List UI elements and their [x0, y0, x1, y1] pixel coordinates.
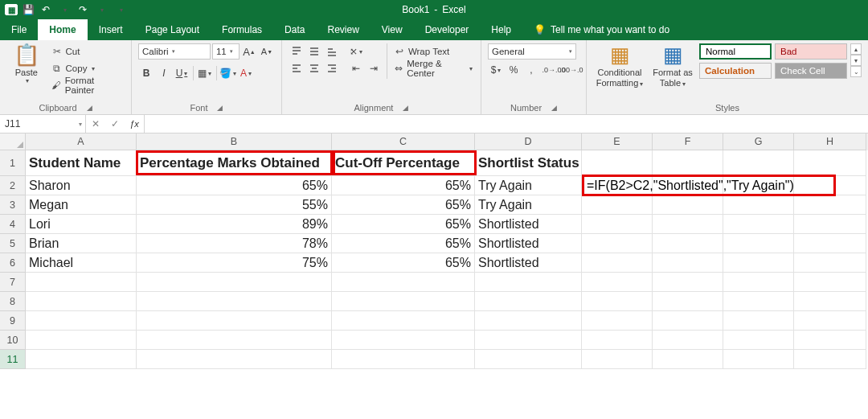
- save-icon[interactable]: 💾: [21, 2, 35, 17]
- cell-C11[interactable]: [332, 350, 475, 369]
- cell-B11[interactable]: [137, 350, 332, 369]
- cell-G4[interactable]: [723, 215, 794, 234]
- cell-B7[interactable]: [137, 273, 332, 292]
- cell-F6[interactable]: [653, 253, 723, 273]
- col-header-B[interactable]: B: [137, 134, 332, 150]
- cell-E8[interactable]: [582, 292, 653, 311]
- undo-icon[interactable]: ↶: [39, 2, 53, 17]
- cell-C6[interactable]: 65%: [332, 253, 475, 273]
- cell-B9[interactable]: [137, 311, 332, 331]
- cell-F11[interactable]: [653, 350, 723, 369]
- font-name-combo[interactable]: Calibri▾: [138, 43, 211, 60]
- enter-formula-icon[interactable]: ✓: [105, 118, 125, 129]
- cell-H4[interactable]: [794, 215, 866, 234]
- cell-H1[interactable]: [794, 150, 866, 176]
- cell-A4[interactable]: Lori: [26, 215, 137, 234]
- decrease-font-icon[interactable]: A▼: [259, 43, 275, 60]
- styles-scroll-down-icon[interactable]: ▾: [850, 55, 862, 66]
- increase-indent-icon[interactable]: ⇥: [366, 60, 382, 76]
- cell-H9[interactable]: [794, 311, 866, 331]
- merge-center-button[interactable]: ⇔Merge & Center▾: [392, 60, 474, 76]
- row-header-6[interactable]: 6: [0, 253, 26, 273]
- cell-A11[interactable]: [26, 350, 137, 369]
- col-header-E[interactable]: E: [582, 134, 653, 150]
- cell-H11[interactable]: [794, 350, 866, 369]
- col-header-H[interactable]: H: [794, 134, 866, 150]
- formula-input[interactable]: [145, 115, 868, 133]
- cell-F3[interactable]: [653, 195, 723, 215]
- cell-D7[interactable]: [475, 273, 582, 292]
- style-calculation[interactable]: Calculation: [699, 63, 772, 79]
- cell-G5[interactable]: [723, 234, 794, 253]
- cell-C7[interactable]: [332, 273, 475, 292]
- cell-H5[interactable]: [794, 234, 866, 253]
- number-dialog-launcher[interactable]: ◢: [551, 104, 557, 112]
- style-check-cell[interactable]: Check Cell: [775, 63, 847, 79]
- cell-B4[interactable]: 89%: [137, 215, 332, 234]
- orientation-icon[interactable]: ⤪▾: [348, 43, 364, 60]
- cell-C1[interactable]: Cut-Off Percentage: [332, 150, 475, 176]
- cell-H10[interactable]: [794, 331, 866, 350]
- tab-file[interactable]: File: [0, 19, 38, 40]
- cell-C2[interactable]: 65%: [332, 176, 475, 195]
- cell-styles-gallery[interactable]: Normal Bad Calculation Check Cell ▴ ▾ ⌄: [699, 43, 862, 80]
- cell-B6[interactable]: 75%: [137, 253, 332, 273]
- cell-B10[interactable]: [137, 331, 332, 350]
- undo-dropdown-icon[interactable]: ▾: [58, 2, 72, 17]
- underline-button[interactable]: U▾: [174, 65, 190, 81]
- wrap-text-button[interactable]: ↩Wrap Text: [392, 43, 474, 60]
- cell-C5[interactable]: 65%: [332, 234, 475, 253]
- decrease-decimal-icon[interactable]: .00→.0: [563, 62, 579, 78]
- cell-D8[interactable]: [475, 292, 582, 311]
- cell-E7[interactable]: [582, 273, 653, 292]
- tab-help[interactable]: Help: [480, 19, 522, 40]
- border-button[interactable]: ▦▾: [197, 65, 213, 81]
- row-header-10[interactable]: 10: [0, 331, 26, 350]
- cell-D3[interactable]: Try Again: [475, 195, 582, 215]
- italic-button[interactable]: I: [156, 65, 172, 81]
- row-header-9[interactable]: 9: [0, 311, 26, 331]
- row-header-7[interactable]: 7: [0, 273, 26, 292]
- cell-D9[interactable]: [475, 311, 582, 331]
- cell-F5[interactable]: [653, 234, 723, 253]
- font-dialog-launcher[interactable]: ◢: [217, 104, 223, 112]
- format-painter-button[interactable]: 🖌Format Painter: [50, 77, 125, 93]
- cell-B2[interactable]: 65%: [137, 176, 332, 195]
- cell-H8[interactable]: [794, 292, 866, 311]
- cell-G1[interactable]: [723, 150, 794, 176]
- cell-F10[interactable]: [653, 331, 723, 350]
- col-header-C[interactable]: C: [332, 134, 475, 150]
- cell-A3[interactable]: Megan: [26, 195, 137, 215]
- cell-G11[interactable]: [723, 350, 794, 369]
- cell-D11[interactable]: [475, 350, 582, 369]
- cell-A10[interactable]: [26, 331, 137, 350]
- copy-button[interactable]: ⧉Copy▾: [50, 60, 125, 76]
- align-right-icon[interactable]: [324, 60, 340, 76]
- row-header-2[interactable]: 2: [0, 176, 26, 195]
- cell-E4[interactable]: [582, 215, 653, 234]
- decrease-indent-icon[interactable]: ⇤: [348, 60, 364, 76]
- align-center-icon[interactable]: [306, 60, 322, 76]
- cell-F7[interactable]: [653, 273, 723, 292]
- cell-G3[interactable]: [723, 195, 794, 215]
- cell-E10[interactable]: [582, 331, 653, 350]
- cell-C4[interactable]: 65%: [332, 215, 475, 234]
- cell-D10[interactable]: [475, 331, 582, 350]
- customize-qat-icon[interactable]: ▾: [114, 2, 129, 17]
- cell-E5[interactable]: [582, 234, 653, 253]
- clipboard-dialog-launcher[interactable]: ◢: [87, 104, 92, 112]
- tab-review[interactable]: Review: [316, 19, 370, 40]
- cell-E3[interactable]: [582, 195, 653, 215]
- row-header-4[interactable]: 4: [0, 215, 26, 234]
- row-header-3[interactable]: 3: [0, 195, 26, 215]
- cell-H7[interactable]: [794, 273, 866, 292]
- redo-icon[interactable]: ↷: [76, 2, 90, 17]
- cell-C9[interactable]: [332, 311, 475, 331]
- cell-A1[interactable]: Student Name: [26, 150, 137, 176]
- cell-C3[interactable]: 65%: [332, 195, 475, 215]
- bold-button[interactable]: B: [138, 65, 154, 81]
- row-header-1[interactable]: 1: [0, 150, 26, 176]
- alignment-dialog-launcher[interactable]: ◢: [403, 104, 408, 112]
- cell-D6[interactable]: Shortlisted: [475, 253, 582, 273]
- cell-B5[interactable]: 78%: [137, 234, 332, 253]
